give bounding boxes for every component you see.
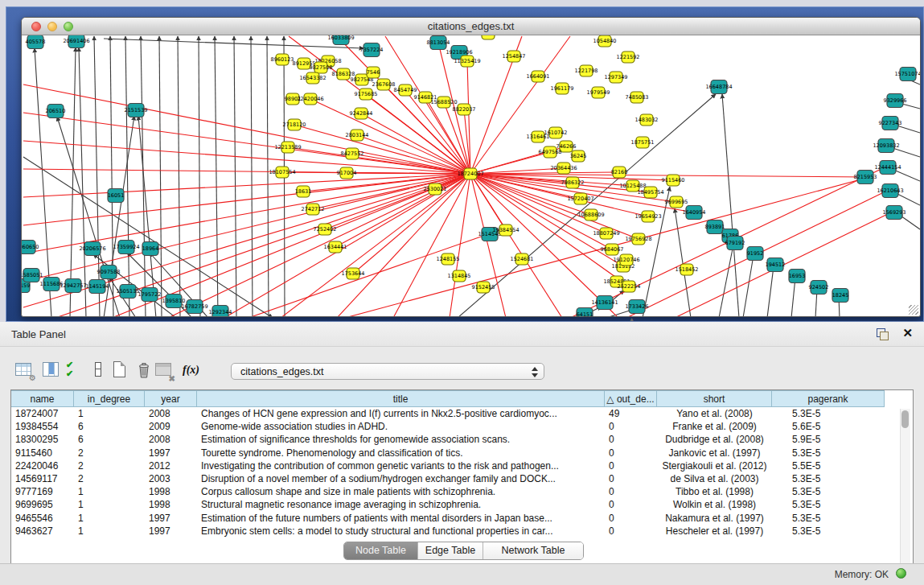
cell-year[interactable]: 2008 xyxy=(145,433,197,446)
cell-title[interactable]: Estimation of significance thresholds fo… xyxy=(197,433,605,446)
graph-node[interactable]: 6497568 xyxy=(539,146,562,158)
cell-in_degree[interactable]: 2 xyxy=(74,447,145,459)
tab-network-table[interactable]: Network Table xyxy=(483,542,583,559)
cell-in_degree[interactable]: 2 xyxy=(74,472,145,485)
graph-node[interactable]: 1518452 xyxy=(676,264,699,275)
graph-node[interactable]: 917004 xyxy=(337,167,357,179)
graph-node[interactable]: 2530021 xyxy=(424,183,447,195)
graph-node[interactable]: 12444154 xyxy=(874,161,901,175)
table-row[interactable]: 946362711997Embryonic stem cells: a mode… xyxy=(11,525,913,538)
graph-node[interactable]: 18245 xyxy=(832,289,849,303)
cell-short[interactable]: Dudbridge et al. (2008) xyxy=(657,433,772,446)
column-header-name[interactable]: name xyxy=(11,390,74,407)
cell-title[interactable]: Structural magnetic resonance image aver… xyxy=(197,498,605,511)
graph-node[interactable]: 1961179 xyxy=(551,83,574,94)
table-row[interactable]: 969969511998Structural magnetic resonanc… xyxy=(11,498,913,511)
graph-node[interactable]: 1054840 xyxy=(593,35,617,47)
cell-pagerank[interactable]: 5.5E-5 xyxy=(772,459,885,472)
cell-out_de[interactable]: 0 xyxy=(605,498,657,511)
graph-node[interactable]: 1979549 xyxy=(587,87,610,98)
graph-node[interactable]: 1753644 xyxy=(342,268,365,279)
graph-node[interactable]: 12093832 xyxy=(873,139,899,153)
table-row[interactable]: 911546021997Tourette syndrome. Phenomeno… xyxy=(11,447,913,459)
close-panel-icon[interactable]: ✕ xyxy=(902,326,913,340)
graph-node[interactable]: 9227343 xyxy=(879,117,902,130)
window-resize-grip[interactable] xyxy=(909,305,918,315)
graph-node[interactable]: 9827508 xyxy=(310,62,333,73)
graph-node[interactable]: 679192 xyxy=(725,237,745,250)
graph-node[interactable]: 1316461 xyxy=(527,131,550,142)
cell-name[interactable]: 18300295 xyxy=(11,433,74,446)
graph-node[interactable]: 1640954 xyxy=(683,206,706,220)
cell-in_degree[interactable]: 6 xyxy=(74,433,145,446)
graph-node[interactable]: 12942757 xyxy=(60,279,86,293)
tab-edge-table[interactable]: Edge Table xyxy=(418,542,483,559)
graph-node[interactable]: 16648784 xyxy=(705,80,732,94)
graph-node[interactable]: 1585051 xyxy=(22,269,43,282)
memory-status-indicator[interactable] xyxy=(896,568,906,579)
graph-node[interactable]: 16210643 xyxy=(877,184,903,198)
cell-out_de[interactable]: 0 xyxy=(605,472,657,485)
graph-node[interactable]: 17359924 xyxy=(113,241,139,254)
cell-year[interactable]: 1997 xyxy=(145,447,197,459)
cell-in_degree[interactable]: 1 xyxy=(74,485,145,498)
cell-short[interactable]: Yano et al. (2008) xyxy=(657,407,772,420)
graph-node[interactable]: 2742712 xyxy=(302,204,325,215)
cell-year[interactable]: 1997 xyxy=(145,525,197,538)
cell-name[interactable]: 22420046 xyxy=(11,459,74,472)
cell-year[interactable]: 2009 xyxy=(145,420,197,433)
cell-year[interactable]: 1998 xyxy=(145,498,197,511)
graph-node[interactable]: 9175685 xyxy=(355,89,378,100)
graph-node[interactable]: 9329966 xyxy=(884,94,907,108)
cell-short[interactable]: Nakamura et al. (1997) xyxy=(657,512,772,525)
graph-node[interactable]: 20206576 xyxy=(79,242,105,256)
graph-node[interactable]: 15751074 xyxy=(894,68,921,81)
graph-node[interactable]: 1254847 xyxy=(503,51,526,62)
row-height-icon[interactable] xyxy=(89,360,109,380)
graph-node[interactable]: 9152455 xyxy=(472,282,495,293)
scrollbar-thumb[interactable] xyxy=(901,410,909,428)
graph-node[interactable]: 1505135 xyxy=(117,285,140,299)
cell-out_de[interactable]: 0 xyxy=(605,512,657,525)
graph-node[interactable]: 36245 xyxy=(570,150,587,162)
graph-node[interactable]: 16033809 xyxy=(327,35,354,45)
graph-node[interactable]: 18107554 xyxy=(269,167,295,178)
delete-table-icon[interactable]: ✖ xyxy=(154,360,174,380)
network-view-window[interactable]: citations_edges.txt 40557820691406206510… xyxy=(21,17,921,317)
network-table-select[interactable]: citations_edges.txt xyxy=(231,363,544,380)
table-settings-icon[interactable]: ⚙ xyxy=(14,360,34,380)
graph-node[interactable]: 2718120 xyxy=(283,119,306,130)
network-graph-canvas[interactable]: 4055782069140620651021515391605120606502… xyxy=(22,35,921,317)
graph-node[interactable]: 7546 xyxy=(367,67,380,78)
tab-node-table[interactable]: Node Table xyxy=(344,542,418,559)
graph-node[interactable]: 1634441 xyxy=(324,241,347,253)
graph-node[interactable]: 194512 xyxy=(766,258,786,272)
cell-name[interactable]: 19384554 xyxy=(11,420,74,433)
cell-in_degree[interactable]: 6 xyxy=(74,420,145,433)
graph-node[interactable]: 2803144 xyxy=(346,130,369,141)
graph-node[interactable]: 64151 xyxy=(577,308,593,318)
cell-title[interactable]: Changes of HCN gene expression and I(f) … xyxy=(197,407,605,420)
cell-in_degree[interactable]: 1 xyxy=(74,407,145,420)
graph-node[interactable]: 18807249 xyxy=(593,228,619,239)
graph-node[interactable]: 1221798 xyxy=(575,65,598,76)
select-all-rows-icon[interactable]: ✔✔ xyxy=(66,360,85,380)
graph-node[interactable]: 10688609 xyxy=(577,209,604,220)
cell-name[interactable]: 9777169 xyxy=(11,485,74,498)
table-vertical-scrollbar[interactable] xyxy=(900,409,910,585)
column-header-in_degree[interactable]: in_degree xyxy=(74,390,145,407)
graph-node[interactable]: 16051 xyxy=(108,189,125,203)
cell-pagerank[interactable]: 5.6E-5 xyxy=(772,420,885,433)
graph-node[interactable]: 1733426 xyxy=(626,300,649,314)
cell-name[interactable]: 14569117 xyxy=(11,472,74,485)
window-titlebar[interactable]: citations_edges.txt xyxy=(22,18,920,35)
show-columns-icon[interactable] xyxy=(42,360,61,380)
table-row[interactable]: 977716911998Corpus callosum shape and si… xyxy=(11,485,913,498)
graph-node[interactable]: 91952 xyxy=(747,247,764,261)
cell-title[interactable]: Embryonic stem cells: a model to study s… xyxy=(197,525,605,538)
graph-node[interactable]: 1221592 xyxy=(617,51,640,63)
graph-node[interactable]: 8215953 xyxy=(854,171,877,184)
graph-node[interactable]: 405578 xyxy=(26,35,46,49)
graph-node[interactable]: 8960123 xyxy=(271,54,294,65)
graph-node[interactable]: 11325419 xyxy=(454,56,480,67)
